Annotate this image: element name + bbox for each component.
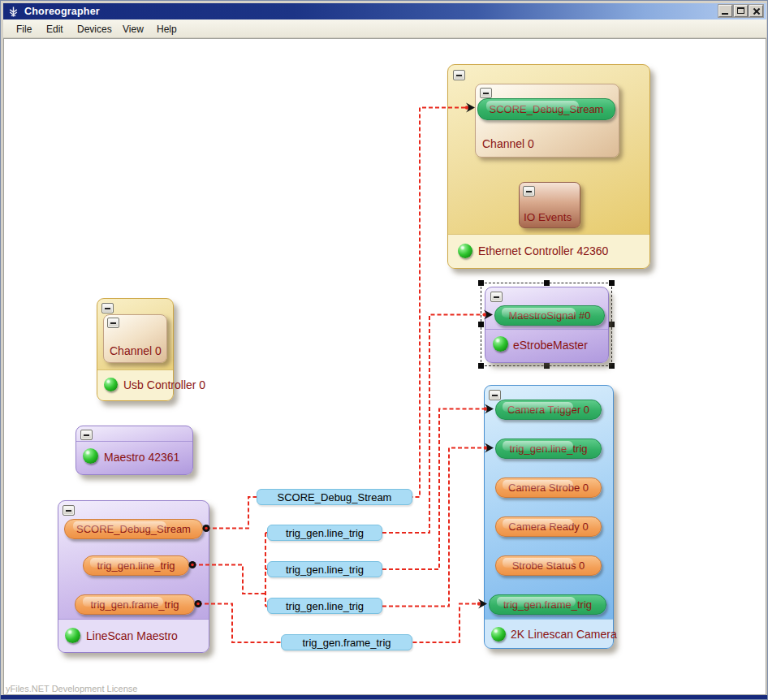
collapse-button[interactable] (107, 318, 119, 328)
selection-handle[interactable] (478, 280, 484, 286)
selection-marquee: MaestroSignal #0 eStrobeMaster (481, 283, 612, 366)
collapse-button[interactable] (489, 390, 501, 400)
node-linescan-camera[interactable]: Camera Trigger 0 trig_gen.line_trig Came… (484, 385, 614, 649)
node-label: LineScan Maestro (86, 629, 178, 642)
port-line-trig-source[interactable]: trig_gen.line_trig (83, 555, 189, 576)
minus-icon (110, 322, 116, 324)
node-label: Maestro 42361 (104, 451, 179, 464)
minus-icon (456, 75, 462, 76)
node-footer: Ethernet Controller 42360 (448, 234, 649, 268)
node-linescan-maestro[interactable]: SCORE_Debug_Stream trig_gen.line_trig tr… (58, 500, 209, 653)
port-maestrosignal[interactable]: MaestroSignal #0 (494, 305, 605, 326)
minus-icon (84, 434, 89, 436)
status-led (65, 628, 80, 643)
edge-label-line-trig-3[interactable]: trig_gen.line_trig (267, 598, 382, 614)
port-line-trig-target[interactable]: trig_gen.line_trig (495, 439, 602, 459)
selection-handle[interactable] (478, 322, 484, 327)
node-estrobemaster[interactable]: MaestroSignal #0 eStrobeMaster (485, 287, 609, 363)
node-ethernet-controller[interactable]: SCORE_Debug_Stream Channel 0 IO Events E… (447, 64, 650, 269)
selection-handle[interactable] (609, 363, 615, 369)
node-label: 2K Linescan Camera (511, 628, 617, 641)
node-footer: LineScan Maestro (58, 619, 209, 652)
channel-title: Channel 0 (482, 137, 534, 150)
port-score-debug-stream-source[interactable]: SCORE_Debug_Stream (64, 519, 203, 539)
selection-handle[interactable] (478, 363, 484, 369)
selection-handle[interactable] (544, 363, 550, 369)
edge-label-line-trig-2[interactable]: trig_gen.line_trig (267, 561, 382, 577)
io-events-title: IO Events (524, 211, 572, 223)
port-camera-trigger[interactable]: Camera Trigger 0 (495, 400, 602, 420)
channel-title: Channel 0 (110, 344, 162, 357)
minus-icon (492, 395, 498, 396)
port-strobe-status[interactable]: Strobe Status 0 (495, 555, 602, 576)
port-frame-trig-source[interactable]: trig_gen.frame_trig (75, 594, 195, 615)
node-channel-0-ethernet[interactable]: SCORE_Debug_Stream Channel 0 (475, 84, 619, 158)
collapse-button[interactable] (480, 88, 492, 98)
divider (485, 329, 608, 330)
minus-icon (494, 296, 499, 298)
status-led (104, 378, 118, 391)
selection-handle[interactable] (609, 280, 615, 286)
edge-label-frame-trig[interactable]: trig_gen.frame_trig (281, 634, 412, 650)
node-io-events[interactable]: IO Events (519, 182, 580, 228)
collapse-button[interactable] (490, 292, 503, 302)
minus-icon (105, 308, 110, 309)
app-window: Choreographer File Edit Devices View Hel… (0, 0, 768, 700)
node-footer: 2K Linescan Camera (485, 619, 613, 648)
port-camera-ready[interactable]: Camera Ready 0 (495, 516, 602, 537)
selection-handle[interactable] (544, 280, 550, 286)
node-usb-controller[interactable]: Channel 0 Usb Controller 0 (97, 298, 174, 401)
node-maestro[interactable]: Maestro 42361 (76, 426, 193, 475)
status-led (458, 244, 472, 258)
status-led (493, 336, 508, 352)
node-label: Usb Controller 0 (123, 378, 205, 391)
node-channel-0-usb[interactable]: Channel 0 (103, 314, 167, 363)
minus-icon (66, 510, 71, 512)
minus-icon (483, 93, 489, 94)
port-score-debug-stream-target[interactable]: SCORE_Debug_Stream (477, 98, 615, 120)
port-camera-strobe[interactable]: Camera Strobe 0 (495, 477, 602, 498)
node-footer: Usb Controller 0 (97, 369, 173, 400)
edge-label-line-trig-1[interactable]: trig_gen.line_trig (267, 525, 382, 541)
collapse-button[interactable] (523, 186, 535, 197)
collapse-button[interactable] (80, 430, 93, 440)
status-led (83, 448, 98, 464)
port-frame-trig-target[interactable]: trig_gen.frame_trig (489, 594, 606, 615)
node-header (76, 426, 192, 442)
node-label: Ethernet Controller 42360 (478, 244, 608, 257)
collapse-button[interactable] (453, 70, 465, 80)
license-text: yFiles.NET Development License (6, 684, 137, 694)
status-led (491, 627, 506, 642)
collapse-button[interactable] (63, 505, 75, 516)
node-label: eStrobeMaster (513, 339, 588, 352)
selection-handle[interactable] (609, 322, 615, 327)
edge-label-score-debug-stream[interactable]: SCORE_Debug_Stream (257, 489, 412, 505)
collapse-button[interactable] (101, 303, 114, 313)
minus-icon (526, 191, 532, 192)
